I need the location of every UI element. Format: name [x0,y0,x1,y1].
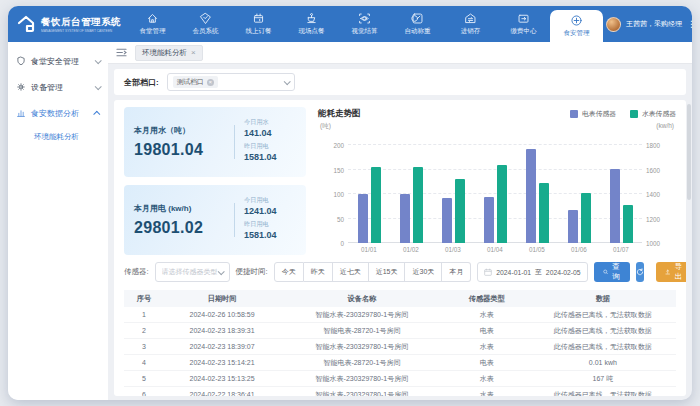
table-body: 12024-02-26 10:58:59智能水表-230329780-1号房间水… [124,307,676,396]
quick-time-buttons: 今天昨天近七天近15天近30天本月 [274,262,472,282]
table-cell: 此传感器已离线，无法获取数据 [530,342,676,352]
nav-item-inventory[interactable]: 进销存 [444,6,497,42]
bar-水表传感器-01/06[interactable] [581,193,591,243]
sidebar-item-2[interactable]: 食安数据分析 [8,100,108,126]
legend-label: 电表传感器 [582,109,616,119]
export-button[interactable]: 导出 [656,262,686,282]
date-range-picker[interactable]: 2024-01-01 至 2024-02-05 [477,262,587,282]
table-row[interactable]: 12024-02-26 10:58:59智能水表-230329780-1号房间水… [124,307,676,323]
table-cell: 5 [124,375,164,382]
legend-item[interactable]: 水表传感器 [630,109,676,119]
sidebar-item-0[interactable]: 食堂安全管理 [8,48,108,74]
nav-item-canteen[interactable]: 食堂管理 [126,6,179,42]
bar-电表传感器-01/06[interactable] [568,210,578,243]
quick-time-button-4[interactable]: 近30天 [405,262,442,282]
bar-group-01/06 [558,133,600,243]
x-axis-label: 01/07 [600,243,642,253]
bar-电表传感器-01/07[interactable] [610,169,620,243]
table-row[interactable]: 62024-02-22 18:36:41智能水表-230329780-1号房间水… [124,387,676,396]
calendar-icon [484,268,492,276]
app-logo: 餐饮后台管理系统 MANAGEMENT SYSTEM OF SMART CANT… [8,6,126,42]
bar-水表传感器-01/02[interactable] [413,167,423,243]
electric-stat-card: 本月用电 (kw/h) 29801.02 今日用电 1241.04 昨日用电 1… [124,185,306,255]
chevron-down-icon [95,57,102,64]
table-row[interactable]: 52024-02-23 15:13:25智能水表-230329780-1号房间水… [124,371,676,387]
left-axis-tick: 150 [333,166,348,173]
table-cell: 此传感器已离线，无法获取数据 [530,390,676,397]
nav-item-payment[interactable]: 缴费中心 [497,6,550,42]
bar-电表传感器-01/04[interactable] [484,197,494,243]
right-axis-unit: (kw/h) [656,122,674,129]
date-start: 2024-01-01 [496,269,531,276]
quick-time-button-3[interactable]: 近15天 [369,262,406,282]
nav-item-label: 进销存 [461,27,481,36]
table-cell: 4 [124,359,164,366]
table-cell: 2024-02-23 15:14:21 [164,359,280,366]
user-area[interactable]: 王茜茜，采购经理 [605,6,692,42]
online-order-icon [252,12,265,25]
inventory-icon [464,12,477,25]
search-button[interactable]: 查询 [594,262,631,282]
water-title: 本月用水（吨） [134,125,225,136]
nav-item-member[interactable]: 会员系统 [179,6,232,42]
quick-time-button-0[interactable]: 今天 [274,262,304,282]
bar-电表传感器-01/05[interactable] [526,149,536,243]
user-avatar[interactable] [606,17,621,32]
table-row[interactable]: 32024-02-23 18:39:07智能水表-230329780-1号房间水… [124,339,676,355]
content-card: 本月用水（吨） 19801.04 今日用水 141.04 昨日用电 1581.0… [114,100,686,396]
left-axis-unit: (吨) [320,122,331,131]
electric-title: 本月用电 (kw/h) [134,203,225,214]
table-cell: 2024-02-23 18:39:31 [164,327,280,334]
bar-电表传感器-01/01[interactable] [358,194,368,243]
stall-tag-close-icon[interactable] [207,79,214,86]
sidebar-item-1[interactable]: 设备管理 [8,74,108,100]
nav-item-online-order[interactable]: 线上订餐 [232,6,285,42]
collapse-sidebar-icon[interactable] [116,47,127,58]
more-menu-icon[interactable] [687,20,692,29]
electric-today-value: 1241.04 [244,206,296,216]
nav-item-label: 线上订餐 [246,27,272,36]
electric-today-label: 今日用电 [244,196,296,205]
chevron-up-icon [93,110,100,117]
stall-select[interactable]: 测试档口 [167,73,295,91]
quick-time-button-1[interactable]: 昨天 [304,262,333,282]
table-row[interactable]: 22024-02-23 18:39:31智能电表-28720-1号房间电表此传感… [124,323,676,339]
table-cell: 水表 [444,342,530,352]
table-cell: 电表 [444,326,530,336]
device-icon [16,82,26,92]
x-axis-label: 01/02 [390,243,432,253]
bar-电表传感器-01/02[interactable] [400,194,410,243]
scrollbar[interactable] [687,104,691,200]
sidebar: 食堂安全管理设备管理食安数据分析环境能耗分析 [8,42,108,400]
refresh-button[interactable] [636,262,644,282]
table-cell: 2024-02-26 10:58:59 [164,311,280,318]
tab-env-energy[interactable]: 环境能耗分析 [135,45,203,61]
table-cell: 6 [124,391,164,396]
bar-水表传感器-01/03[interactable] [455,179,465,243]
sensor-select[interactable]: 请选择传感器类型 [155,262,230,282]
electric-yesterday-value: 1581.04 [244,230,296,240]
bar-水表传感器-01/01[interactable] [371,167,381,243]
tab-close-icon[interactable] [191,49,196,57]
x-axis-label: 01/06 [558,243,600,253]
sidebar-subitem-env-energy[interactable]: 环境能耗分析 [8,126,108,148]
quick-time-button-5[interactable]: 本月 [442,262,471,282]
bar-group-01/04 [474,133,516,243]
nav-item-auto-weigh[interactable]: 自动称重 [391,6,444,42]
bar-水表传感器-01/04[interactable] [497,165,507,243]
quick-time-button-2[interactable]: 近七天 [333,262,369,282]
table-row[interactable]: 42024-02-23 15:14:21智能电表-28720-1号房间电表0.0… [124,355,676,371]
table-cell: 0.01 kwh [530,359,676,366]
bar-水表传感器-01/07[interactable] [623,205,633,243]
nav-item-food-safety[interactable]: 食安管理 [550,10,603,42]
left-axis-tick: 200 [333,142,348,149]
shield-icon [16,56,26,66]
table-cell: 1 [124,311,164,318]
water-today-label: 今日用水 [244,118,296,127]
nav-item-vision-checkout[interactable]: 视觉结算 [338,6,391,42]
legend-item[interactable]: 电表传感器 [570,109,616,119]
bar-电表传感器-01/03[interactable] [442,198,452,243]
table-filter-row: 传感器: 请选择传感器类型 便捷时间: 今天昨天近七天近15天近30天本月 20… [124,262,676,282]
nav-item-dine-in[interactable]: 现场点餐 [285,6,338,42]
bar-水表传感器-01/05[interactable] [539,183,549,243]
